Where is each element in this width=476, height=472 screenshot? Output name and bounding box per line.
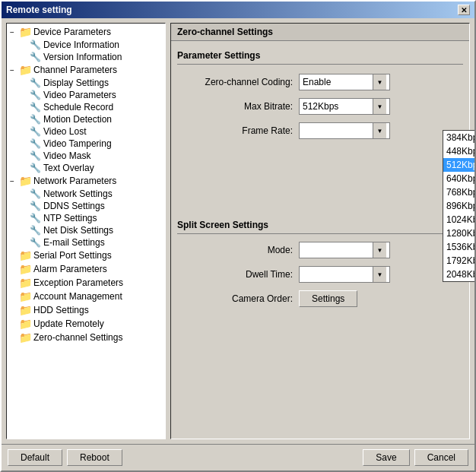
tree-item-schedule-record[interactable]: 🔧Schedule Record xyxy=(19,101,163,113)
item-label: Schedule Record xyxy=(43,102,113,112)
bottom-right-buttons: Save Cancel xyxy=(363,449,468,466)
title-bar: Remote setting ✕ xyxy=(2,2,474,18)
folder-icon: 📁 xyxy=(19,175,32,187)
bitrate-option-896[interactable]: 896Kbps xyxy=(443,199,474,213)
split-screen-section: Split Screen Settings Mode: ▼ Dwell Time… xyxy=(177,220,463,315)
tree-item-video-parameters[interactable]: 🔧Video Parameters xyxy=(19,89,163,101)
item-label: Video Lost xyxy=(43,126,87,137)
remote-setting-window: Remote setting ✕ −📁Device Parameters🔧Dev… xyxy=(0,0,476,472)
item-label: Device Information xyxy=(43,40,119,50)
folder-icon: 📁 xyxy=(19,26,32,38)
window-title: Remote setting xyxy=(6,5,72,15)
frame-rate-label: Frame Rate: xyxy=(177,125,299,136)
group-label: Serial Port Settings xyxy=(33,250,112,261)
bitrate-option-768[interactable]: 768Kbps xyxy=(443,185,474,199)
max-bitrate-row: Max Bitrate: 512Kbps ▼ xyxy=(177,98,463,115)
item-icon: 🔧 xyxy=(30,78,41,88)
tree-item-video-lost[interactable]: 🔧Video Lost xyxy=(19,125,163,138)
item-label: Display Settings xyxy=(43,78,109,88)
tree-item-network-settings[interactable]: 🔧Network Settings xyxy=(19,188,163,200)
tree-group-device-parameters: −📁Device Parameters🔧Device Information🔧V… xyxy=(8,25,163,63)
expand-icon: − xyxy=(10,177,19,185)
bitrate-option-640[interactable]: 640Kbps xyxy=(443,172,474,185)
item-icon: 🔧 xyxy=(30,188,41,199)
zero-channel-coding-dropdown[interactable]: Enable ▼ xyxy=(299,74,390,90)
tree-group-header-channel-parameters[interactable]: −📁Channel Parameters xyxy=(8,63,163,77)
tree-group-header-hdd-settings[interactable]: 📁HDD Settings xyxy=(8,303,163,317)
zero-channel-coding-value: Enable xyxy=(303,77,331,87)
camera-order-row: Camera Order: Settings xyxy=(177,290,463,307)
zero-channel-coding-label: Zero-channel Coding: xyxy=(177,77,299,87)
tree-item-display-settings[interactable]: 🔧Display Settings xyxy=(19,77,163,89)
bitrate-list[interactable]: 384Kbps448Kbps512Kbps640Kbps768Kbps896Kb… xyxy=(443,131,474,281)
tree-item-ntp-settings[interactable]: 🔧NTP Settings xyxy=(19,212,163,224)
tree-item-video-tampering[interactable]: 🔧Video Tampering xyxy=(19,138,163,150)
bitrate-option-2048[interactable]: 2048Kbps xyxy=(443,268,474,281)
bitrate-option-1536[interactable]: 1536Kbps xyxy=(443,240,474,254)
close-button[interactable]: ✕ xyxy=(458,5,470,15)
dwell-time-row: Dwell Time: ▼ xyxy=(177,266,463,283)
frame-rate-dropdown[interactable]: ▼ xyxy=(299,122,390,139)
bitrate-option-1280[interactable]: 1280Kbps xyxy=(443,226,474,240)
item-icon: 🔧 xyxy=(30,102,41,112)
tree-item-motion-detection[interactable]: 🔧Motion Detection xyxy=(19,113,163,125)
group-label: Exception Parameters xyxy=(33,277,123,288)
max-bitrate-dropdown[interactable]: 512Kbps ▼ xyxy=(299,98,390,115)
tree-group-header-update-remotely[interactable]: 📁Update Remotely xyxy=(8,317,163,331)
bottom-bar: Default Reboot Save Cancel xyxy=(2,444,474,470)
bitrate-option-1792[interactable]: 1792Kbps xyxy=(443,254,474,268)
tree-item-ddns-settings[interactable]: 🔧DDNS Settings xyxy=(19,200,163,212)
cancel-button[interactable]: Cancel xyxy=(414,449,468,466)
mode-dropdown[interactable]: ▼ xyxy=(299,242,390,258)
bitrate-dropdown-open[interactable]: 384Kbps448Kbps512Kbps640Kbps768Kbps896Kb… xyxy=(443,130,474,282)
max-bitrate-arrow-icon: ▼ xyxy=(373,99,386,114)
tree-item-version-information[interactable]: 🔧Version Information xyxy=(19,51,163,63)
tree-group-network-parameters: −📁Network Parameters🔧Network Settings🔧DD… xyxy=(8,174,163,249)
item-icon: 🔧 xyxy=(30,225,41,236)
tree-children-network-parameters: 🔧Network Settings🔧DDNS Settings🔧NTP Sett… xyxy=(8,188,163,249)
folder-icon: 📁 xyxy=(19,304,32,316)
dwell-time-dropdown[interactable]: ▼ xyxy=(299,266,390,283)
reboot-button[interactable]: Reboot xyxy=(67,449,122,466)
bitrate-option-448[interactable]: 448Kbps xyxy=(443,144,474,158)
bitrate-option-384[interactable]: 384Kbps xyxy=(443,131,474,144)
tree-group-header-network-parameters[interactable]: −📁Network Parameters xyxy=(8,174,163,188)
group-label: Zero-channel Settings xyxy=(33,332,122,343)
max-bitrate-control: 512Kbps ▼ xyxy=(299,98,390,115)
tree-item-video-mask[interactable]: 🔧Video Mask xyxy=(19,150,163,162)
frame-rate-row: Frame Rate: ▼ xyxy=(177,122,463,139)
group-label: Update Remotely xyxy=(33,318,104,329)
tree-group-header-serial-port-settings[interactable]: 📁Serial Port Settings xyxy=(8,249,163,262)
dwell-time-label: Dwell Time: xyxy=(177,269,299,280)
tree-item-device-information[interactable]: 🔧Device Information xyxy=(19,39,163,51)
item-icon: 🔧 xyxy=(30,163,41,173)
dwell-time-arrow-icon: ▼ xyxy=(373,267,386,282)
item-icon: 🔧 xyxy=(30,138,41,149)
group-label: Network Parameters xyxy=(33,176,116,186)
save-button[interactable]: Save xyxy=(363,449,409,466)
group-label: HDD Settings xyxy=(33,305,89,315)
tree-group-header-device-parameters[interactable]: −📁Device Parameters xyxy=(8,25,163,39)
default-button[interactable]: Default xyxy=(8,449,62,466)
mode-control: ▼ xyxy=(299,242,390,258)
group-label: Channel Parameters xyxy=(33,65,117,75)
tree-group-header-account-management[interactable]: 📁Account Management xyxy=(8,290,163,303)
group-label: Device Parameters xyxy=(33,27,111,37)
camera-order-settings-btn[interactable]: Settings xyxy=(299,290,357,307)
item-icon: 🔧 xyxy=(30,237,41,248)
bitrate-option-1024[interactable]: 1024Kbps xyxy=(443,213,474,226)
tree-item-email-settings[interactable]: 🔧E-mail Settings xyxy=(19,236,163,249)
tree-group-header-zero-channel-settings[interactable]: 📁Zero-channel Settings xyxy=(8,331,163,344)
left-panel[interactable]: −📁Device Parameters🔧Device Information🔧V… xyxy=(6,23,166,439)
mode-arrow-icon: ▼ xyxy=(373,242,386,258)
item-label: E-mail Settings xyxy=(43,237,105,248)
tree-group-header-alarm-parameters[interactable]: 📁Alarm Parameters xyxy=(8,262,163,276)
item-label: DDNS Settings xyxy=(43,201,105,211)
tree-item-text-overlay[interactable]: 🔧Text Overlay xyxy=(19,162,163,174)
tree-group-zero-channel-settings: 📁Zero-channel Settings xyxy=(8,331,163,344)
bitrate-option-512[interactable]: 512Kbps xyxy=(443,158,474,172)
tree-group-account-management: 📁Account Management xyxy=(8,290,163,303)
tree-item-net-disk-settings[interactable]: 🔧Net Disk Settings xyxy=(19,224,163,236)
tree-group-header-exception-parameters[interactable]: 📁Exception Parameters xyxy=(8,276,163,290)
expand-icon: − xyxy=(10,66,19,74)
